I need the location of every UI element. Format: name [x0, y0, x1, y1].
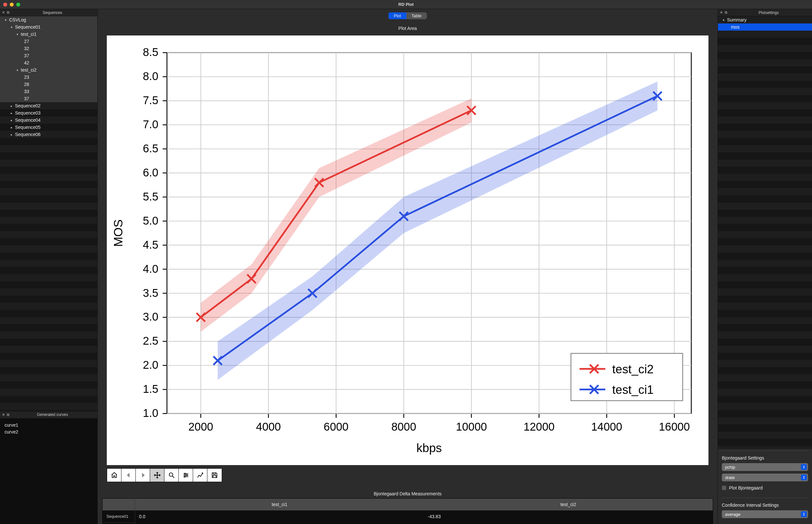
tab-bar: Plot Table [102, 11, 713, 21]
bj-interp-select[interactable]: pchip ▴▾ [722, 463, 808, 471]
tree-item[interactable]: 37 [0, 95, 97, 102]
tree-item-sequence02[interactable]: ▸Sequence02 [0, 102, 97, 109]
window-controls [3, 3, 20, 6]
tree-item-sequence01[interactable]: ▾ Sequence01 [0, 23, 97, 31]
generated-curves-list[interactable]: curve1 curve2 [0, 419, 97, 524]
window-title: RD Plot [399, 2, 414, 7]
svg-text:3.0: 3.0 [143, 311, 159, 323]
svg-text:1.5: 1.5 [143, 383, 159, 395]
plot-bjontegaard-checkbox[interactable]: Plot Bjontegaard [722, 484, 808, 493]
svg-text:6.0: 6.0 [143, 166, 159, 179]
svg-point-82 [184, 473, 185, 475]
pan-icon[interactable] [150, 469, 164, 482]
col-header: test_ci2 [424, 498, 713, 511]
svg-text:2.0: 2.0 [143, 359, 159, 371]
close-panel-icon[interactable]: ✕ [720, 11, 723, 15]
svg-text:5.5: 5.5 [143, 191, 159, 203]
svg-point-84 [184, 476, 185, 477]
fullscreen-icon[interactable] [16, 3, 20, 6]
minimize-icon[interactable] [10, 3, 14, 6]
forward-icon[interactable] [136, 469, 150, 482]
svg-text:8000: 8000 [391, 421, 416, 433]
table-row: Sequence01 0.0 -43.83 [102, 511, 713, 523]
undock-panel-icon[interactable]: ⧉ [7, 413, 10, 417]
tree-item-csvlog[interactable]: ▾ CSVLog [0, 16, 97, 23]
close-icon[interactable] [3, 3, 7, 6]
tree-item[interactable]: 23 [0, 73, 97, 81]
caret-down-icon: ▾ [721, 18, 726, 22]
tree-item[interactable]: 37 [0, 52, 97, 59]
back-icon[interactable] [121, 469, 136, 482]
plot-canvas[interactable]: 2000400060008000100001200014000160001.01… [107, 35, 709, 465]
undock-panel-icon[interactable]: ⧉ [7, 11, 10, 15]
svg-text:10000: 10000 [456, 421, 487, 433]
undock-panel-icon[interactable]: ⧉ [725, 11, 727, 15]
sequences-title: Sequences [10, 11, 95, 15]
svg-text:4000: 4000 [256, 421, 281, 433]
table-row: AVG 0.0 -43.83 [102, 522, 713, 524]
list-item[interactable]: curve2 [4, 429, 93, 436]
svg-text:MOS: MOS [112, 219, 125, 247]
edit-axes-icon[interactable] [193, 469, 207, 482]
svg-text:4.0: 4.0 [143, 263, 159, 275]
svg-text:7.0: 7.0 [143, 118, 159, 131]
svg-text:7.5: 7.5 [143, 94, 159, 107]
tree-empty-area [718, 31, 812, 449]
caret-right-icon: ▸ [9, 118, 14, 122]
tree-item-sequence04[interactable]: ▸Sequence04 [0, 116, 97, 124]
svg-text:5.0: 5.0 [143, 214, 159, 227]
tree-item-test-ci1[interactable]: ▾ test_ci1 [0, 31, 97, 38]
plotsettings-tree[interactable]: ▾ Summary mos [718, 16, 812, 449]
updown-icon: ▴▾ [801, 511, 807, 517]
bjontegaard-settings-title: Bjontegaard Settings [722, 455, 808, 460]
svg-text:2.5: 2.5 [143, 334, 159, 347]
tree-item[interactable]: 33 [0, 88, 97, 95]
titlebar: RD Plot [0, 0, 812, 9]
tree-item-mos[interactable]: mos [718, 23, 812, 31]
tree-item-sequence03[interactable]: ▸Sequence03 [0, 109, 97, 116]
tab-plot[interactable]: Plot [388, 12, 406, 19]
caret-right-icon: ▸ [9, 104, 14, 108]
caret-down-icon: ▾ [3, 18, 8, 22]
ci-settings: Confidence Interval Settings average ▴▾ [718, 499, 812, 524]
close-panel-icon[interactable]: ✕ [2, 413, 5, 417]
tree-item[interactable]: 28 [0, 81, 97, 88]
svg-point-81 [169, 473, 173, 476]
tree-item[interactable]: 27 [0, 38, 97, 45]
svg-text:4.5: 4.5 [143, 239, 159, 251]
generated-curves-header: ✕ ⧉ Generated curves [0, 411, 97, 419]
col-header: test_ci1 [135, 498, 424, 511]
tree-item-test-ci2[interactable]: ▾ test_ci2 [0, 66, 97, 73]
tab-table[interactable]: Table [406, 12, 427, 19]
close-panel-icon[interactable]: ✕ [2, 11, 5, 15]
list-item[interactable]: curve1 [4, 422, 93, 429]
tree-item-summary[interactable]: ▾ Summary [718, 16, 812, 23]
home-icon[interactable] [107, 469, 121, 482]
save-icon[interactable] [207, 469, 222, 482]
caret-right-icon: ▸ [9, 133, 14, 136]
svg-text:kbps: kbps [417, 441, 442, 455]
svg-text:14000: 14000 [591, 421, 622, 433]
configure-icon[interactable] [179, 469, 193, 482]
sequences-tree[interactable]: ▾ CSVLog ▾ Sequence01 ▾ test_ci1 27 32 3… [0, 16, 97, 411]
bj-metric-select[interactable]: drate ▴▾ [722, 474, 808, 481]
svg-text:8.5: 8.5 [143, 46, 159, 58]
tree-item[interactable]: 42 [0, 59, 97, 66]
svg-text:3.5: 3.5 [143, 287, 159, 299]
zoom-icon[interactable] [164, 469, 179, 482]
plot-area-title: Plot Area [107, 26, 709, 31]
tree-item-sequence06[interactable]: ▸Sequence06 [0, 131, 97, 138]
ci-settings-title: Confidence Interval Settings [722, 503, 808, 508]
bjontegaard-table: test_ci1 test_ci2 Sequence01 0.0 -43.83 … [102, 498, 713, 524]
caret-down-icon: ▾ [15, 33, 19, 36]
sequences-header: ✕ ⧉ Sequences [0, 9, 97, 16]
tree-item-sequence05[interactable]: ▸Sequence05 [0, 124, 97, 131]
checkbox-icon [722, 486, 726, 490]
tree-item[interactable]: 32 [0, 45, 97, 52]
ci-mode-select[interactable]: average ▴▾ [722, 510, 808, 518]
bjontegaard-settings: Bjontegaard Settings pchip ▴▾ drate ▴▾ P… [718, 452, 812, 496]
svg-text:12000: 12000 [523, 421, 554, 433]
caret-right-icon: ▸ [9, 111, 14, 115]
svg-text:2000: 2000 [189, 421, 213, 433]
svg-text:1.0: 1.0 [143, 407, 159, 419]
